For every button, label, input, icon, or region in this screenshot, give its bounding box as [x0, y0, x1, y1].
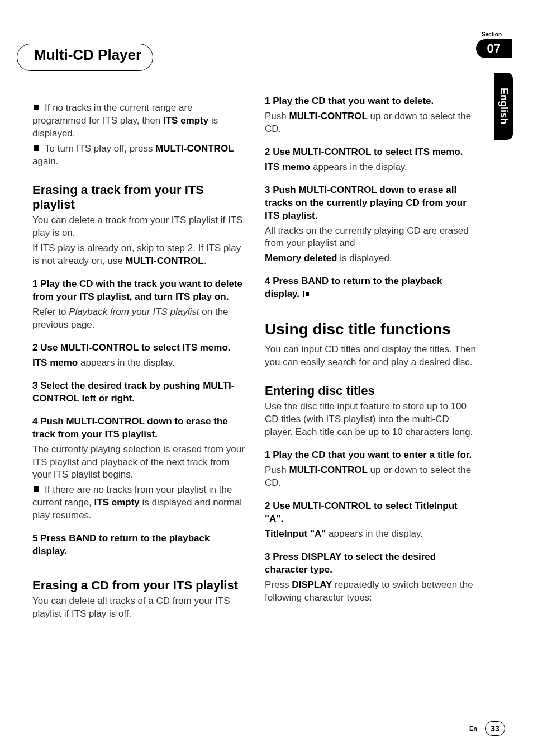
- page-footer: En 33: [469, 721, 505, 736]
- r-step-1-body: Push MULTI-CONTROL up or down to select …: [265, 110, 477, 136]
- e-step-2: 2 Use MULTI-CONTROL to select TitleInput…: [265, 500, 477, 526]
- step-4-body: The currently playing selection is erase…: [32, 443, 245, 482]
- step-3: 3 Select the desired track by pushing MU…: [32, 380, 245, 405]
- page-number: 33: [485, 721, 505, 736]
- heading-disc-title-functions: Using disc title functions: [265, 319, 477, 340]
- step-1: 1 Play the CD with the track you want to…: [32, 278, 245, 304]
- step-4-bullet: If there are no tracks from your playlis…: [32, 484, 245, 522]
- step-4: 4 Push MULTI-CONTROL down to erase the t…: [32, 415, 245, 441]
- square-bullet-icon: [34, 486, 39, 492]
- r-step-1: 1 Play the CD that you want to delete.: [265, 95, 477, 108]
- para-erase-track-2: If ITS play is already on, skip to step …: [32, 242, 245, 268]
- bullet-turn-off: To turn ITS play off, press MULTI-CONTRO…: [32, 143, 245, 168]
- e-step-3: 3 Press DISPLAY to select the desired ch…: [265, 551, 477, 577]
- section-number-badge: 07: [476, 39, 512, 58]
- step-1-body: Refer to Playback from your ITS playlist…: [32, 306, 245, 332]
- heading-entering-disc-titles: Entering disc titles: [265, 384, 477, 398]
- right-column: 1 Play the CD that you want to delete. P…: [265, 95, 477, 700]
- page-header: Multi-CD Player Section 07: [0, 16, 533, 49]
- step-2: 2 Use MULTI-CONTROL to select ITS memo.: [32, 342, 245, 355]
- para-erase-track-1: You can delete a track from your ITS pla…: [32, 214, 245, 240]
- r-step-3-body2: Memory deleted is displayed.: [265, 252, 477, 265]
- para-entering-disc-titles: Use the disc title input feature to stor…: [265, 400, 477, 439]
- content-columns: If no tracks in the current range are pr…: [32, 95, 477, 700]
- section-label: Section: [482, 31, 502, 37]
- language-tab: English: [494, 73, 513, 140]
- para-erase-cd: You can delete all tracks of a CD from y…: [32, 595, 245, 621]
- heading-erase-track: Erasing a track from your ITS playlist: [32, 183, 245, 212]
- r-step-4: 4 Press BAND to return to the playback d…: [265, 275, 477, 301]
- step-2-body: ITS memo appears in the display.: [32, 357, 245, 370]
- r-step-2-body: ITS memo appears in the display.: [265, 161, 477, 174]
- e-step-1: 1 Play the CD that you want to enter a t…: [265, 449, 477, 462]
- heading-erase-cd: Erasing a CD from your ITS playlist: [32, 578, 245, 593]
- e-step-3-body: Press DISPLAY repeatedly to switch betwe…: [265, 579, 477, 604]
- bullet-its-empty: If no tracks in the current range are pr…: [32, 102, 245, 140]
- r-step-2: 2 Use MULTI-CONTROL to select ITS memo.: [265, 146, 477, 159]
- step-5: 5 Press BAND to return to the playback d…: [32, 532, 245, 558]
- square-bullet-icon: [34, 105, 39, 110]
- e-step-1-body: Push MULTI-CONTROL up or down to select …: [265, 464, 477, 490]
- chapter-title: Multi-CD Player: [17, 44, 153, 71]
- left-column: If no tracks in the current range are pr…: [32, 95, 245, 700]
- r-step-3-body: All tracks on the currently playing CD a…: [265, 225, 477, 251]
- square-bullet-icon: [34, 145, 39, 151]
- footer-lang: En: [469, 725, 477, 732]
- r-step-3: 3 Push MULTI-CONTROL down to erase all t…: [265, 184, 477, 223]
- end-section-icon: [303, 291, 311, 297]
- para-disc-title-functions: You can input CD titles and display the …: [265, 343, 477, 369]
- e-step-2-body: TitleInput "A" appears in the display.: [265, 528, 477, 541]
